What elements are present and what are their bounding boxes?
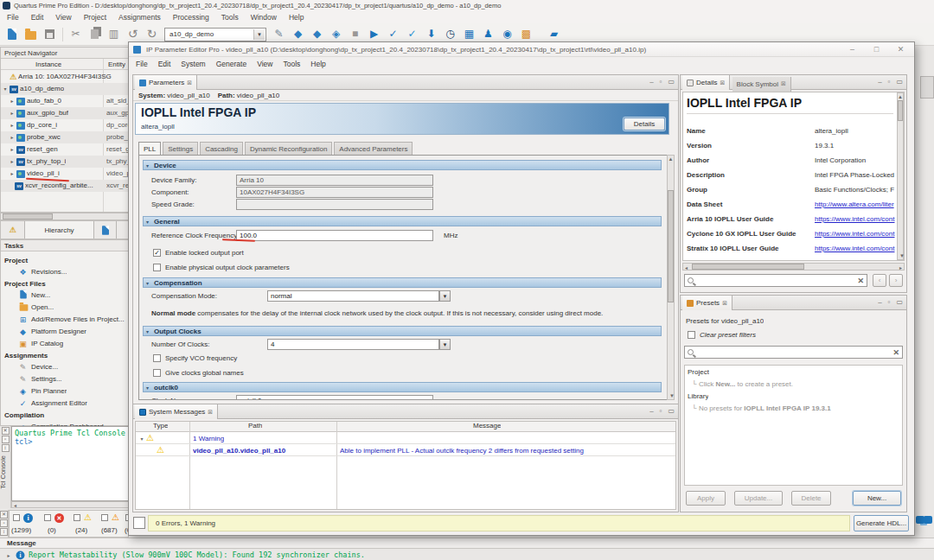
panel-minimize-icon[interactable]: – [878, 298, 881, 306]
close-icon[interactable]: ✕ [896, 45, 905, 54]
ipe-menu-generate[interactable]: Generate [216, 60, 246, 68]
ipe-menu-file[interactable]: File [136, 60, 148, 68]
expand-caret[interactable]: ▸ [8, 143, 16, 156]
resize-panel-icon[interactable]: ↕ [0, 528, 8, 536]
critical-warning-filter-checkbox[interactable] [101, 514, 108, 523]
expand-caret[interactable]: ▸ [8, 131, 16, 143]
tab-parameters[interactable]: Parameters ⊠ [135, 75, 197, 90]
presets-search-input[interactable]: ✕ [684, 346, 903, 359]
chevron-down-icon[interactable]: ▼ [439, 339, 451, 350]
tree-row-root[interactable]: ▾ sv a10_dp_demo [1, 83, 129, 95]
find-next-button[interactable]: › [889, 274, 903, 287]
chat-icon[interactable]: ▰ [547, 28, 560, 41]
tree-row[interactable]: ▸sv tx_phy_top_i tx_phy_top [1, 156, 129, 168]
tab-system-messages[interactable]: System Messages ⊠ [135, 404, 218, 419]
menu-file[interactable]: File [7, 13, 19, 22]
expand-caret[interactable]: ▸ [8, 156, 16, 168]
expand-caret[interactable]: ▸ [5, 552, 12, 558]
tab-hierarchy[interactable]: Hierarchy [25, 221, 94, 239]
close-tab-icon[interactable]: ⊠ [781, 80, 786, 87]
close-tab-icon[interactable]: ⊠ [208, 409, 213, 416]
revision-dropdown[interactable]: a10_dp_demo ▼ [164, 28, 266, 41]
close-panel-icon[interactable]: ✕ [2, 427, 10, 435]
update-button[interactable]: Update... [734, 491, 783, 506]
tree-row-device[interactable]: ⚠ Arria 10: 10AX027H4F34I3SG [1, 71, 129, 83]
expand-caret[interactable]: ▸ [8, 168, 16, 180]
ipe-menu-help[interactable]: Help [310, 60, 325, 68]
task-pin-planner[interactable]: ◈Pin Planner [1, 385, 129, 397]
col-entity[interactable]: Entity [108, 59, 125, 70]
ip-upgrade-icon[interactable]: ◆ [310, 28, 323, 41]
design-partition-icon[interactable]: ▩ [520, 28, 533, 41]
task-assignment-editor[interactable]: ✓Assignment Editor [1, 398, 129, 409]
panel-minimize-icon[interactable]: – [878, 78, 881, 86]
section-compensation[interactable]: Compensation [143, 277, 662, 288]
generate-hdl-button[interactable]: Generate HDL... [854, 515, 909, 531]
expand-caret[interactable]: ▸ [8, 119, 16, 131]
global-names-checkbox[interactable] [153, 369, 161, 377]
open-file-icon[interactable] [24, 28, 37, 41]
panel-float-icon[interactable]: ▫ [888, 298, 891, 306]
apply-button[interactable]: Apply [686, 491, 726, 506]
section-device[interactable]: Device [143, 160, 662, 170]
tab-dynamic-reconfiguration[interactable]: Dynamic Reconfiguration [245, 142, 332, 155]
cyclone10-guide-link[interactable]: https://www.intel.com/cont [815, 230, 895, 238]
undo-icon[interactable]: ↺ [126, 28, 139, 41]
task-ip-catalog[interactable]: ▣IP Catalog [1, 338, 129, 349]
presets-tree-project[interactable]: Project [688, 368, 709, 376]
redo-icon[interactable]: ↻ [145, 28, 158, 41]
tab-warnings[interactable]: ⚠ [1, 221, 25, 239]
tcl-console[interactable]: Quartus Prime Tcl Console tcl> [11, 426, 129, 501]
ref-clock-input[interactable]: 100.0 [236, 230, 433, 241]
tab-advanced-parameters[interactable]: Advanced Parameters [334, 142, 413, 155]
physical-params-checkbox[interactable] [153, 264, 161, 271]
stratix10-guide-link[interactable]: https://www.intel.com/cont [815, 245, 895, 252]
menu-processing[interactable]: Processing [173, 13, 209, 22]
locked-output-checkbox[interactable]: ✓ [153, 249, 161, 257]
timing-analyzer-icon[interactable]: ◷ [444, 28, 457, 41]
tree-row[interactable]: ▸ auto_fab_0 alt_sld_fab [1, 95, 129, 107]
details-button[interactable]: Details [624, 118, 665, 130]
close-tab-icon[interactable]: ⊠ [722, 300, 727, 307]
ipe-menu-view[interactable]: View [257, 60, 272, 68]
task-device[interactable]: ✎Device... [1, 361, 129, 372]
data-sheet-link[interactable]: http://www.altera.com/liter [815, 200, 895, 208]
parameters-v-scrollbar[interactable]: ▲ ▼ [667, 155, 675, 400]
section-outclk0[interactable]: outclk0 [143, 382, 662, 392]
menu-view[interactable]: View [55, 13, 71, 22]
fitter-icon[interactable]: ✓ [406, 28, 419, 41]
chevron-down-icon[interactable]: ▼ [253, 29, 265, 40]
panel-minimize-icon[interactable]: – [649, 407, 653, 415]
tab-pll[interactable]: PLL [138, 142, 161, 155]
panel-float-icon[interactable]: ▫ [888, 78, 891, 86]
menu-tools[interactable]: Tools [221, 13, 239, 22]
resize-panel-icon[interactable]: ↕ [2, 444, 10, 452]
ipe-menu-system[interactable]: System [181, 60, 205, 68]
tree-row[interactable]: ▸ aux_gpio_buf aux_gpio_i [1, 107, 129, 119]
panel-float-icon[interactable]: ▫ [660, 78, 662, 86]
close-panel-icon[interactable]: ✕ [0, 511, 8, 519]
start-compilation-icon[interactable]: ▶ [368, 28, 381, 41]
col-message[interactable]: Message [473, 422, 501, 430]
tab-block-symbol[interactable]: Block Symbol ⊠ [732, 77, 791, 92]
update-ip-icon[interactable]: ◈ [329, 28, 342, 41]
minimize-icon[interactable]: – [848, 45, 857, 54]
programmer-icon[interactable]: ♟ [482, 28, 495, 41]
physical-params-label[interactable]: Enable physical output clock parameters [165, 262, 290, 273]
stop-icon[interactable]: ■ [349, 28, 361, 41]
tree-row-video-pll[interactable]: ▸ video_pll_i video_pll_ [1, 168, 129, 180]
save-icon[interactable] [43, 28, 56, 41]
collapse-caret[interactable]: ▾ [138, 436, 146, 442]
assembler-icon[interactable]: ⬇ [425, 28, 438, 41]
task-platform-designer[interactable]: ◆Platform Designer [1, 326, 129, 337]
tcl-h-scrollbar[interactable]: ◂ [11, 501, 129, 508]
new-file-icon[interactable] [5, 28, 18, 41]
clear-search-icon[interactable]: ✕ [857, 277, 864, 285]
delete-button[interactable]: Delete [791, 491, 831, 506]
vco-frequency-checkbox[interactable] [153, 354, 161, 362]
panel-maximize-icon[interactable]: ▭ [668, 407, 675, 415]
find-binoculars-icon[interactable] [916, 516, 924, 524]
expand-caret[interactable]: ▸ [8, 107, 16, 119]
panel-maximize-icon[interactable]: ▭ [668, 78, 675, 86]
copy-icon[interactable] [88, 28, 101, 41]
